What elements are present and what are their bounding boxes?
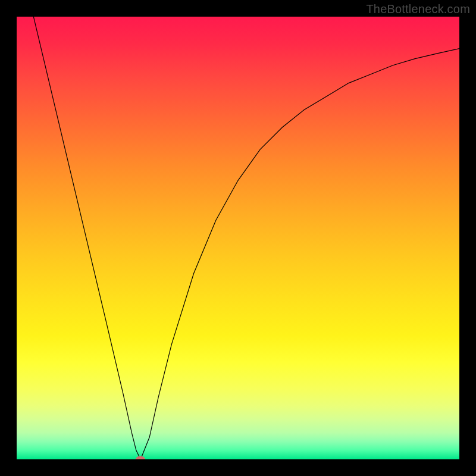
minimum-marker [136,456,145,460]
plot-area [17,17,459,459]
chart-frame: TheBottleneck.com [0,0,476,476]
bottleneck-curve [17,17,459,459]
brand-watermark: TheBottleneck.com [366,2,470,16]
